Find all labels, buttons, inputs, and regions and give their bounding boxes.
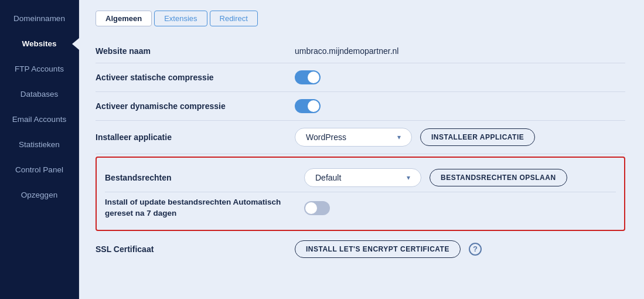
sidebar-item-email-accounts[interactable]: Email Accounts <box>0 107 79 132</box>
installeer-applicatie-button[interactable]: INSTALLEER APPLICATIE <box>420 128 535 146</box>
auto-reset-toggle[interactable] <box>304 201 330 215</box>
dynamische-compressie-toggle[interactable] <box>295 99 321 113</box>
website-naam-text: umbraco.mijndemopartner.nl <box>295 46 398 56</box>
sidebar-item-domeinnamen[interactable]: Domeinnamen <box>0 6 79 31</box>
statische-compressie-label: Activeer statische compressie <box>96 73 295 82</box>
sidebar-item-control-panel[interactable]: Control Panel <box>0 157 79 182</box>
dynamische-compressie-label: Activeer dynamische compressie <box>96 101 295 111</box>
ssl-help-icon[interactable]: ? <box>469 243 482 256</box>
ssl-button[interactable]: INSTALL LET'S ENCRYPT CERTIFICATE <box>295 240 461 258</box>
ssl-row: SSL Certificaat INSTALL LET'S ENCRYPT CE… <box>96 233 625 265</box>
website-naam-value: umbraco.mijndemopartner.nl <box>295 46 625 56</box>
installeer-applicatie-label: Installeer applicatie <box>96 132 295 142</box>
ssl-label: SSL Certificaat <box>96 244 295 254</box>
installeer-applicatie-dropdown[interactable]: WordPress ▾ <box>295 128 412 147</box>
sidebar-item-databases[interactable]: Databases <box>0 81 79 107</box>
ssl-value: INSTALL LET'S ENCRYPT CERTIFICATE ? <box>295 240 625 258</box>
auto-reset-label: Install of update bestandsrechten Automa… <box>105 197 304 219</box>
sidebar-item-opzeggen[interactable]: Opzeggen <box>0 182 79 208</box>
bestandsrechten-opslaan-button[interactable]: BESTANDSRECHTEN OPSLAAN <box>430 169 567 186</box>
sidebar: Domeinnamen Websites FTP Accounts Databa… <box>0 0 79 299</box>
dynamische-compressie-row: Activeer dynamische compressie <box>96 92 625 121</box>
statische-compressie-toggle[interactable] <box>295 70 321 84</box>
auto-reset-value <box>304 201 616 215</box>
dropdown-arrow-applicatie: ▾ <box>397 133 401 141</box>
sidebar-item-ftp-accounts[interactable]: FTP Accounts <box>0 56 79 81</box>
sidebar-item-websites[interactable]: Websites <box>0 31 79 56</box>
installeer-applicatie-row: Installeer applicatie WordPress ▾ INSTAL… <box>96 121 625 154</box>
toggle-thumb-auto <box>305 202 317 214</box>
tabs-bar: Algemeen Extensies Redirect <box>96 11 625 26</box>
tab-extensies[interactable]: Extensies <box>154 11 207 26</box>
bestandsrechten-label: Bestandsrechten <box>105 173 304 182</box>
dynamische-compressie-value <box>295 99 625 113</box>
bestandsrechten-row: Bestandsrechten Default ▾ BESTANDSRECHTE… <box>105 164 616 192</box>
statische-compressie-row: Activeer statische compressie <box>96 63 625 92</box>
toggle-thumb-dynamisch <box>308 100 319 112</box>
bestandsrechten-dropdown[interactable]: Default ▾ <box>304 168 421 187</box>
toggle-thumb-statisch <box>308 72 319 83</box>
dropdown-arrow-bestandsrechten: ▾ <box>407 174 410 182</box>
website-naam-row: Website naam umbraco.mijndemopartner.nl <box>96 39 625 63</box>
main-content: Algemeen Extensies Redirect Website naam… <box>79 0 644 299</box>
auto-reset-row: Install of update bestandsrechten Automa… <box>105 192 616 224</box>
bestandsrechten-section: Bestandsrechten Default ▾ BESTANDSRECHTE… <box>96 157 625 231</box>
tab-algemeen[interactable]: Algemeen <box>96 11 152 26</box>
sidebar-item-statistieken[interactable]: Statistieken <box>0 132 79 157</box>
statische-compressie-value <box>295 70 625 84</box>
installeer-applicatie-value: WordPress ▾ INSTALLEER APPLICATIE <box>295 128 625 147</box>
form-section: Website naam umbraco.mijndemopartner.nl … <box>96 39 625 265</box>
tab-redirect[interactable]: Redirect <box>210 11 258 26</box>
bestandsrechten-value: Default ▾ BESTANDSRECHTEN OPSLAAN <box>304 168 616 187</box>
website-naam-label: Website naam <box>96 46 295 56</box>
